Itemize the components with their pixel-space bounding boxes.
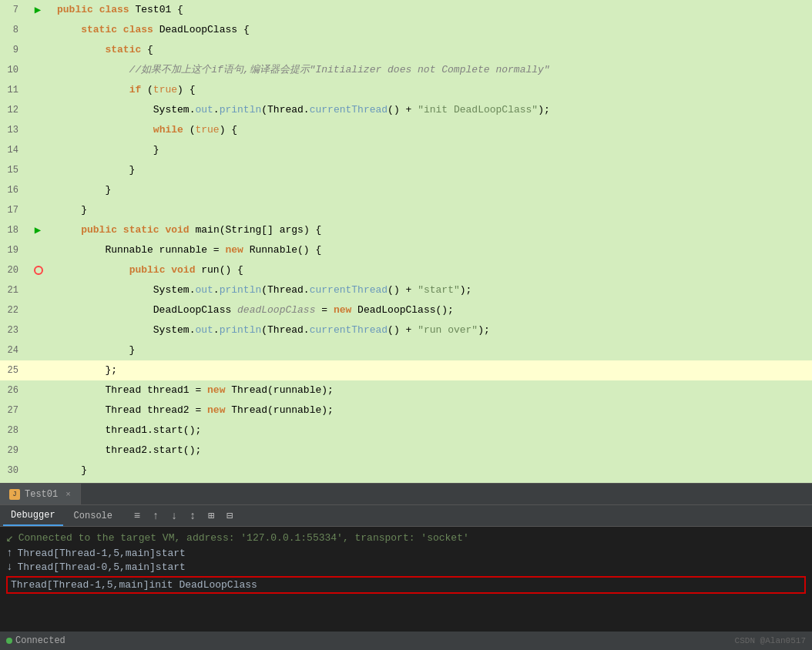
line-number-15: 15 (0, 160, 23, 180)
panel-tabs: Debugger Console ≡ ↑ ↓ ↕ ⊞ ⊟ (0, 505, 812, 527)
line-number-27: 27 (0, 400, 23, 420)
console-line-3: Thread[Thread-1,5,main]init DeadLoopClas… (6, 576, 806, 594)
code-content-15: } (54, 160, 812, 180)
code-line-20: 20 public void run() { (0, 260, 812, 280)
line-number-21: 21 (0, 280, 23, 300)
console-text: Thread[Thread-1,5,main]start (17, 548, 185, 559)
connection-status: Connected (6, 635, 65, 646)
line-number-17: 17 (0, 200, 23, 220)
status-dot (6, 638, 12, 644)
code-content-11: if (true) { (54, 80, 812, 100)
code-editor: 7▶public class Test01 {8 static class De… (0, 0, 812, 483)
gutter-18: ▶ (23, 220, 54, 240)
line-number-24: 24 (0, 340, 23, 360)
code-content-27: Thread thread2 = new Thread(runnable); (54, 400, 812, 420)
toolbar-btn-3[interactable]: ↓ (166, 508, 182, 524)
line-number-13: 13 (0, 120, 23, 140)
line-number-23: 23 (0, 320, 23, 340)
line-number-12: 12 (0, 100, 23, 120)
code-content-16: } (54, 180, 812, 200)
code-line-26: 26 Thread thread1 = new Thread(runnable)… (0, 380, 812, 400)
code-content-30: } (54, 461, 812, 481)
code-content-18: public static void main(String[] args) { (54, 220, 812, 240)
console-text: Connected to the target VM, address: '12… (18, 532, 469, 544)
bottom-panel: Debugger Console ≡ ↑ ↓ ↕ ⊞ ⊟ ↙Connected … (0, 504, 812, 632)
code-line-14: 14 } (0, 140, 812, 160)
code-lines: 7▶public class Test01 {8 static class De… (0, 0, 812, 483)
run-arrow-icon: ▶ (35, 0, 41, 20)
code-content-23: System.out.println(Thread.currentThread(… (54, 320, 812, 340)
code-line-8: 8 static class DeadLoopClass { (0, 20, 812, 40)
toolbar-btn-5[interactable]: ⊞ (203, 508, 219, 524)
line-number-18: 18 (0, 220, 23, 240)
line-number-31: 31 (0, 481, 23, 483)
code-line-27: 27 Thread thread2 = new Thread(runnable)… (0, 400, 812, 420)
code-content-7: public class Test01 { (54, 0, 812, 20)
line-number-10: 10 (0, 60, 23, 80)
status-left: Connected (6, 635, 65, 646)
code-line-30: 30 } (0, 461, 812, 481)
code-line-16: 16 } (0, 180, 812, 200)
code-line-28: 28 thread1.start(); (0, 420, 812, 441)
line-number-20: 20 (0, 260, 23, 280)
code-line-21: 21 System.out.println(Thread.currentThre… (0, 280, 812, 300)
code-line-12: 12 System.out.println(Thread.currentThre… (0, 100, 812, 120)
tab-bar: J Test01 × (0, 483, 812, 504)
code-line-15: 15 } (0, 160, 812, 180)
console-line-2: ↓Thread[Thread-0,5,main]start (6, 561, 806, 573)
tab-icon: J (9, 489, 20, 500)
tab-label: Test01 (25, 489, 58, 500)
breakpoint-icon[interactable] (34, 266, 43, 275)
line-number-25: 25 (0, 360, 23, 380)
code-content-17: } (54, 200, 812, 220)
gutter-20 (23, 266, 54, 275)
tab-test01[interactable]: J Test01 × (0, 484, 81, 504)
code-content-14: } (54, 140, 812, 160)
toolbar-btn-6[interactable]: ⊟ (222, 508, 237, 524)
code-content-21: System.out.println(Thread.currentThread(… (54, 280, 812, 300)
code-content-24: } (54, 340, 812, 360)
console-arrow-icon: ↙ (6, 530, 14, 545)
code-line-11: 11 if (true) { (0, 80, 812, 100)
console-output: ↙Connected to the target VM, address: '1… (0, 527, 812, 632)
code-line-31: 31} (0, 481, 812, 483)
line-number-30: 30 (0, 461, 23, 481)
toolbar-btn-4[interactable]: ↕ (185, 508, 200, 524)
code-content-20: public void run() { (54, 260, 812, 280)
line-number-22: 22 (0, 300, 23, 320)
tab-debugger[interactable]: Debugger (3, 505, 63, 526)
watermark: CSDN @Alan0517 (735, 636, 806, 645)
code-content-26: Thread thread1 = new Thread(runnable); (54, 380, 812, 400)
code-line-22: 22 DeadLoopClass deadLoopClass = new Dea… (0, 300, 812, 320)
toolbar-btn-1[interactable]: ≡ (129, 508, 145, 524)
code-content-29: thread2.start(); (54, 441, 812, 461)
code-line-29: 29 thread2.start(); (0, 441, 812, 461)
code-line-25: 25 }; (0, 360, 812, 380)
tab-close-icon[interactable]: × (65, 490, 71, 499)
code-line-18: 18▶ public static void main(String[] arg… (0, 220, 812, 240)
console-direction-icon: ↓ (6, 561, 12, 573)
code-content-13: while (true) { (54, 120, 812, 140)
code-line-17: 17 } (0, 200, 812, 220)
code-line-10: 10 //如果不加上这个if语句,编译器会提示"Initializer does… (0, 60, 812, 80)
line-number-14: 14 (0, 140, 23, 160)
status-bar: Connected CSDN @Alan0517 (0, 632, 812, 650)
console-direction-icon: ↑ (6, 547, 12, 559)
code-line-7: 7▶public class Test01 { (0, 0, 812, 20)
line-number-11: 11 (0, 80, 23, 100)
console-line-1: ↑Thread[Thread-1,5,main]start (6, 547, 806, 559)
code-line-19: 19 Runnable runnable = new Runnable() { (0, 240, 812, 260)
code-content-25: }; (54, 360, 812, 380)
code-content-12: System.out.println(Thread.currentThread(… (54, 100, 812, 120)
code-line-24: 24 } (0, 340, 812, 360)
tab-console[interactable]: Console (66, 505, 120, 526)
line-number-29: 29 (0, 441, 23, 461)
line-number-28: 28 (0, 420, 23, 441)
console-line-0: ↙Connected to the target VM, address: '1… (6, 530, 806, 545)
code-content-19: Runnable runnable = new Runnable() { (54, 240, 812, 260)
line-number-26: 26 (0, 380, 23, 400)
toolbar-btn-2[interactable]: ↑ (148, 508, 163, 524)
code-content-28: thread1.start(); (54, 420, 812, 441)
code-line-23: 23 System.out.println(Thread.currentThre… (0, 320, 812, 340)
code-line-9: 9 static { (0, 40, 812, 60)
